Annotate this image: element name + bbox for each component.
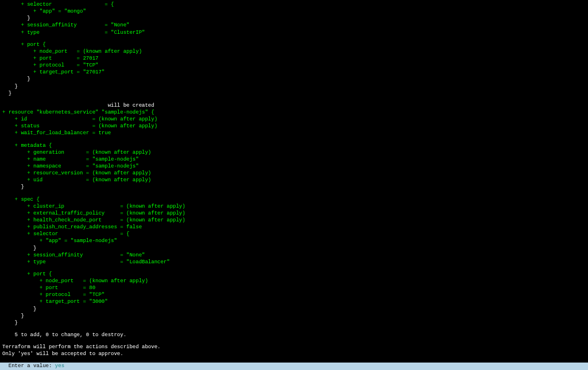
- plan-line: + target_port = "27017": [2, 69, 586, 76]
- plan-line: + port {: [2, 41, 586, 48]
- plan-line: + port {: [2, 271, 586, 278]
- plan-line: }: [2, 76, 586, 83]
- plan-summary: 5 to add, 0 to change, 0 to destroy.: [2, 332, 586, 338]
- plan-line: }: [2, 306, 586, 313]
- plan-line: + protocol = "TCP": [2, 62, 586, 69]
- plan-line: }: [2, 184, 586, 190]
- plan-line: + "app" = "mongo": [2, 8, 586, 15]
- plan-line: + cluster_ip = (known after apply): [2, 203, 586, 210]
- plan-action-msg: Terraform will perform the actions descr…: [2, 344, 586, 350]
- plan-line: + "app" = "sample-nodejs": [2, 237, 586, 244]
- plan-line: }: [2, 245, 586, 252]
- plan-line: }: [2, 90, 586, 97]
- plan-line: + selector = {: [2, 231, 586, 237]
- plan-line: + protocol = "TCP": [2, 291, 586, 298]
- plan-line: + spec {: [2, 196, 586, 203]
- plan-line: + port = 80: [2, 285, 586, 291]
- plan-line: + status = (known after apply): [2, 123, 586, 130]
- plan-comment: will be created: [2, 102, 586, 109]
- plan-line: + selector = {: [2, 1, 586, 8]
- plan-line: + external_traffic_policy = (known after…: [2, 210, 586, 217]
- plan-line: }: [2, 313, 586, 320]
- plan-line: }: [2, 320, 586, 326]
- plan-line: + namespace = "sample-nodejs": [2, 163, 586, 170]
- plan-line: + resource_version = (known after apply): [2, 170, 586, 177]
- plan-line: + session_affinity = "None": [2, 252, 586, 259]
- plan-line: + wait_for_load_balancer = true: [2, 130, 586, 137]
- plan-line: + type = "LoadBalancer": [2, 259, 586, 266]
- plan-line: + metadata {: [2, 142, 586, 149]
- plan-line: + type = "ClusterIP": [2, 29, 586, 36]
- enter-value-prompt: Enter a value: yes: [2, 363, 588, 369]
- selection-block: Enter a value: yes kubernetes_namespace.…: [0, 363, 588, 370]
- plan-line: }: [2, 83, 586, 90]
- plan-line: + target_port = "3000": [2, 298, 586, 305]
- plan-line: + session_affinity = "None": [2, 22, 586, 29]
- plan-line: + generation = (known after apply): [2, 149, 586, 156]
- terminal[interactable]: + selector = { + "app" = "mongo" } + ses…: [0, 0, 588, 370]
- plan-line: + node_port = (known after apply): [2, 48, 586, 55]
- plan-line: + port = 27017: [2, 55, 586, 62]
- plan-line: + resource "kubernetes_service" "sample-…: [2, 109, 586, 116]
- plan-line: + node_port = (known after apply): [2, 278, 586, 285]
- plan-line: + uid = (known after apply): [2, 177, 586, 184]
- plan-line: + name = "sample-nodejs": [2, 156, 586, 163]
- plan-line: + health_check_node_port = (known after …: [2, 217, 586, 224]
- entered-value: yes: [55, 363, 64, 369]
- plan-line: + id = (known after apply): [2, 116, 586, 123]
- plan-line: }: [2, 15, 586, 22]
- plan-yes-msg: Only 'yes' will be accepted to approve.: [2, 350, 586, 357]
- plan-line: + publish_not_ready_addresses = false: [2, 224, 586, 231]
